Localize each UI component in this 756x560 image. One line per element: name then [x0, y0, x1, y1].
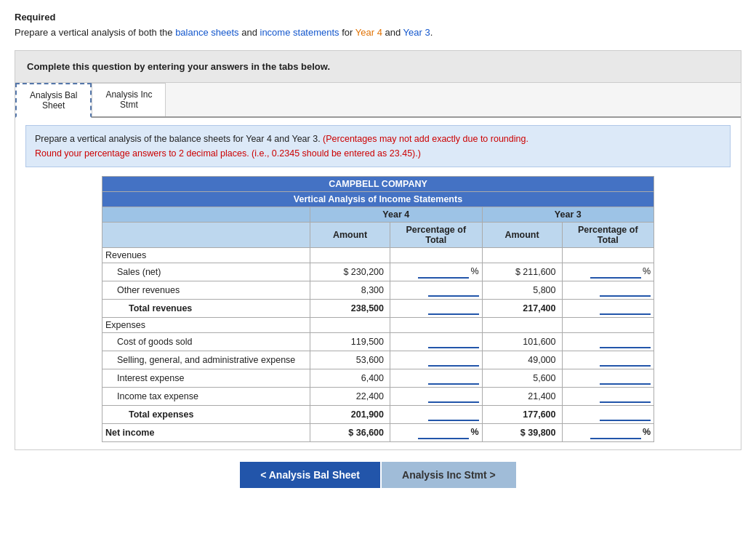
y3-amount-4 [482, 317, 562, 332]
y3-pct-symbol-10: % [643, 427, 651, 437]
tabs-row: Analysis BalSheet Analysis IncStmt [15, 83, 741, 118]
next-button[interactable]: Analysis Inc Stmt > [382, 462, 516, 488]
y4-pct-7[interactable] [390, 369, 483, 387]
year4-label: Year 4 [355, 27, 382, 38]
y4-amount-2: 8,300 [310, 281, 390, 299]
y4-pct-input-5[interactable] [428, 335, 479, 348]
y4-pct-5[interactable] [390, 332, 483, 351]
required-desc: Prepare a vertical analysis of both the … [15, 25, 741, 40]
row-label-10: Net income [102, 423, 310, 441]
row-label-9: Total expenses [102, 405, 310, 423]
y4-pct-10[interactable]: % [390, 423, 483, 441]
y3-pct-input-1[interactable] [590, 265, 641, 279]
y4-amount-4 [310, 317, 390, 332]
row-label-8: Income tax expense [102, 387, 310, 405]
row-label-1: Sales (net) [102, 263, 310, 281]
nav-buttons: < Analysis Bal Sheet Analysis Inc Stmt > [15, 462, 741, 488]
y3-pct-8[interactable] [562, 387, 654, 405]
y4-pct-3[interactable] [390, 299, 483, 317]
y3-pct-input-7[interactable] [600, 372, 651, 385]
y4-amount-3: 238,500 [310, 299, 390, 317]
y3-pct-header: Percentage of Total [562, 222, 654, 247]
year3-label: Year 3 [403, 27, 430, 38]
y3-pct-4 [562, 317, 654, 332]
tab-content: Prepare a vertical analysis of the balan… [15, 118, 741, 449]
instruction-text: Complete this question by entering your … [27, 61, 330, 72]
y4-pct-input-7[interactable] [428, 372, 479, 385]
required-section: Required Prepare a vertical analysis of … [15, 12, 741, 40]
y3-pct-5[interactable] [562, 332, 654, 351]
tab-analysis-inc-stmt[interactable]: Analysis IncStmt [92, 83, 166, 116]
income-statements-link: income statements [260, 27, 339, 38]
y3-amount-10: $ 39,800 [482, 423, 562, 441]
y3-pct-9[interactable] [562, 405, 654, 423]
y4-pct-8[interactable] [390, 387, 483, 405]
y3-pct-10[interactable]: % [562, 423, 654, 441]
company-header: CAMPBELL COMPANY [102, 176, 654, 191]
y3-amount-3: 217,400 [482, 299, 562, 317]
y4-pct-4 [390, 317, 483, 332]
y4-amount-8: 22,400 [310, 387, 390, 405]
y4-pct-0 [390, 247, 483, 263]
y3-amount-0 [482, 247, 562, 263]
y3-pct-1[interactable]: % [562, 263, 654, 281]
instruction-box: Complete this question by entering your … [15, 50, 741, 83]
y4-pct-6[interactable] [390, 351, 483, 369]
row-label-6: Selling, general, and administrative exp… [102, 351, 310, 369]
y4-pct-input-2[interactable] [428, 284, 479, 297]
required-title: Required [15, 12, 741, 23]
y3-pct-input-8[interactable] [600, 390, 651, 403]
y4-pct-input-6[interactable] [428, 353, 479, 367]
y4-amount-1: $ 230,200 [310, 263, 390, 281]
main-table: CAMPBELL COMPANY Vertical Analysis of In… [102, 176, 654, 442]
row-label-2: Other revenues [102, 281, 310, 299]
row-label-5: Cost of goods sold [102, 332, 310, 351]
subtitle-header: Vertical Analysis of Income Statements [102, 191, 654, 207]
y3-pct-7[interactable] [562, 369, 654, 387]
tabs-container: Analysis BalSheet Analysis IncStmt Prepa… [15, 83, 741, 450]
y4-pct-symbol-10: % [470, 427, 478, 437]
row-label-4: Expenses [102, 317, 310, 332]
y4-pct-input-8[interactable] [428, 390, 479, 403]
y4-pct-1[interactable]: % [390, 263, 483, 281]
y3-amount-6: 49,000 [482, 351, 562, 369]
year4-header: Year 4 [310, 207, 483, 222]
y3-pct-2[interactable] [562, 281, 654, 299]
y4-pct-symbol-1: % [470, 266, 478, 276]
y3-pct-input-2[interactable] [600, 284, 651, 297]
y4-pct-9[interactable] [390, 405, 483, 423]
y4-amount-6: 53,600 [310, 351, 390, 369]
info-text-1: Prepare a vertical analysis of the balan… [35, 134, 323, 144]
y4-pct-input-10[interactable] [418, 426, 469, 439]
tab-analysis-bal-sheet[interactable]: Analysis BalSheet [15, 83, 92, 118]
y4-pct-input-1[interactable] [418, 265, 469, 279]
y3-amount-2: 5,800 [482, 281, 562, 299]
y3-pct-input-9[interactable] [600, 408, 651, 421]
y4-pct-input-9[interactable] [428, 408, 479, 421]
y3-amount-1: $ 211,600 [482, 263, 562, 281]
info-box: Prepare a vertical analysis of the balan… [25, 125, 731, 167]
y3-amount-7: 5,600 [482, 369, 562, 387]
y4-amount-10: $ 36,600 [310, 423, 390, 441]
y3-amount-8: 21,400 [482, 387, 562, 405]
col-label-header [102, 222, 310, 247]
y4-amount-5: 119,500 [310, 332, 390, 351]
y3-pct-6[interactable] [562, 351, 654, 369]
y3-pct-input-3[interactable] [600, 302, 651, 315]
y4-amount-7: 6,400 [310, 369, 390, 387]
y3-amount-5: 101,600 [482, 332, 562, 351]
y3-pct-input-6[interactable] [600, 353, 651, 367]
y3-pct-input-10[interactable] [590, 426, 641, 439]
y4-amount-header: Amount [310, 222, 390, 247]
prev-button[interactable]: < Analysis Bal Sheet [240, 462, 380, 488]
y3-pct-symbol-1: % [643, 266, 651, 276]
y3-pct-input-5[interactable] [600, 335, 651, 348]
y4-pct-header: Percentage of Total [390, 222, 483, 247]
y3-amount-9: 177,600 [482, 405, 562, 423]
y3-pct-3[interactable] [562, 299, 654, 317]
row-label-7: Interest expense [102, 369, 310, 387]
y3-amount-header: Amount [482, 222, 562, 247]
year3-header: Year 3 [482, 207, 654, 222]
y4-pct-2[interactable] [390, 281, 483, 299]
y4-pct-input-3[interactable] [428, 302, 479, 315]
